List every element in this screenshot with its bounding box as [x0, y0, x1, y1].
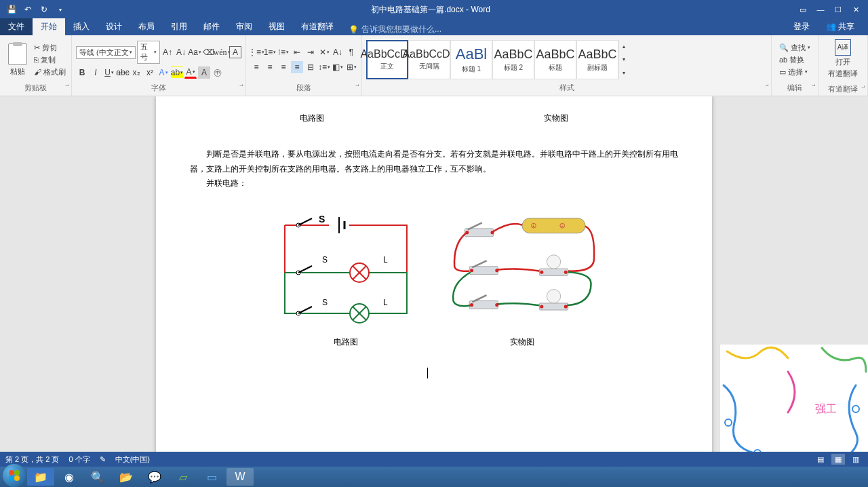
task-app-4[interactable]: 📂: [113, 468, 140, 486]
svg-text:S: S: [322, 255, 328, 265]
paragraph-group-label: 段落: [250, 83, 357, 94]
borders-button[interactable]: ⊞: [345, 61, 357, 73]
save-icon[interactable]: 💾: [5, 3, 18, 16]
minimize-icon[interactable]: —: [812, 3, 829, 16]
italic-button[interactable]: I: [90, 66, 102, 79]
undo-icon[interactable]: ↶: [22, 3, 34, 16]
task-word[interactable]: W: [226, 468, 254, 486]
page-indicator[interactable]: 第 2 页，共 2 页: [5, 454, 59, 465]
tab-mailings[interactable]: 邮件: [195, 18, 228, 35]
tab-insert[interactable]: 插入: [65, 18, 98, 35]
sort-button[interactable]: A↓: [332, 46, 344, 58]
clear-format-button[interactable]: ⌫: [202, 46, 214, 58]
ribbon-tabs: 文件 开始 插入 设计 布局 引用 邮件 审阅 视图 有道翻译 💡 告诉我您想要…: [0, 19, 868, 35]
brush-icon: 🖌: [34, 68, 41, 76]
find-button[interactable]: 🔍查找▾: [778, 42, 811, 54]
task-app-3[interactable]: 🔍: [84, 468, 111, 486]
subscript-button[interactable]: x₂: [130, 66, 142, 79]
align-left-button[interactable]: ≡: [250, 61, 262, 73]
align-center-button[interactable]: ≡: [264, 61, 276, 73]
task-app-2[interactable]: ◉: [56, 468, 83, 486]
style-title[interactable]: AaBbC标题: [534, 40, 576, 79]
task-app-6[interactable]: ▱: [170, 468, 197, 486]
task-app-1[interactable]: 📁: [27, 468, 54, 486]
highlight-button[interactable]: ab: [171, 66, 183, 79]
task-wechat[interactable]: 💬: [141, 468, 168, 486]
language-indicator[interactable]: 中文(中国): [115, 454, 150, 465]
tell-me-search[interactable]: 💡 告诉我您想要做什么...: [349, 24, 441, 35]
increase-indent-button[interactable]: ⇥: [304, 46, 317, 58]
tab-review[interactable]: 审阅: [228, 18, 260, 35]
svg-text:+: +: [532, 223, 535, 229]
asian-layout-button[interactable]: ✕: [318, 46, 330, 58]
style-heading2[interactable]: AaBbC标题 2: [492, 40, 534, 79]
text-effects-button[interactable]: A: [157, 66, 170, 79]
font-color-button[interactable]: A: [184, 66, 197, 79]
tab-file[interactable]: 文件: [0, 18, 33, 35]
char-border-button[interactable]: A: [229, 46, 241, 58]
char-shading-button[interactable]: A: [198, 66, 210, 79]
superscript-button[interactable]: x²: [144, 66, 156, 79]
line-spacing-button[interactable]: ↕≡: [318, 61, 330, 73]
page[interactable]: 电路图 实物图 判断是否是并联电路，要从电源出发，按照电流走向看是否有分支。若有…: [156, 96, 712, 460]
bullets-button[interactable]: ⋮≡: [250, 46, 262, 58]
group-styles: AaBbCcDd正文 AaBbCcDd无间隔 AaBl标题 1 AaBbC标题 …: [362, 35, 772, 96]
phonetic-button[interactable]: wén: [216, 46, 228, 58]
redo-icon[interactable]: ↻: [38, 3, 50, 16]
svg-line-13: [298, 307, 312, 313]
tab-references[interactable]: 引用: [163, 18, 195, 35]
styles-down-button[interactable]: ▾: [619, 53, 628, 66]
copy-button[interactable]: ⎘复制: [33, 54, 67, 66]
style-no-spacing[interactable]: AaBbCcDd无间隔: [408, 40, 450, 79]
tab-home[interactable]: 开始: [33, 18, 65, 35]
read-mode-button[interactable]: ▤: [814, 454, 827, 465]
svg-point-42: [540, 305, 543, 308]
circuit-schematic-image: S S L S: [271, 205, 420, 334]
replace-button[interactable]: ab替换: [778, 54, 811, 66]
tab-layout[interactable]: 布局: [130, 18, 163, 35]
enclose-char-button[interactable]: ㊥: [212, 66, 224, 79]
shading-button[interactable]: ◧: [332, 61, 344, 73]
cut-button[interactable]: ✂剪切: [33, 42, 67, 54]
word-count[interactable]: 0 个字: [68, 454, 90, 465]
maximize-icon[interactable]: ☐: [830, 3, 846, 16]
share-button[interactable]: 👥 共享: [818, 18, 863, 35]
distribute-button[interactable]: ⊟: [304, 61, 317, 73]
decrease-indent-button[interactable]: ⇤: [291, 46, 303, 58]
align-right-button[interactable]: ≡: [277, 61, 290, 73]
style-heading1[interactable]: AaBl标题 1: [450, 40, 492, 79]
ribbon-options-icon[interactable]: ▭: [795, 3, 811, 16]
justify-button[interactable]: ≡: [291, 61, 303, 73]
close-icon[interactable]: ✕: [848, 3, 864, 16]
format-painter-button[interactable]: 🖌格式刷: [33, 66, 67, 78]
shrink-font-button[interactable]: A↓: [175, 46, 187, 58]
login-button[interactable]: 登录: [785, 18, 818, 35]
scissors-icon: ✂: [34, 43, 40, 52]
print-layout-button[interactable]: ▦: [831, 454, 845, 465]
tab-view[interactable]: 视图: [260, 18, 293, 35]
web-layout-button[interactable]: ▥: [849, 454, 863, 465]
proofing-icon[interactable]: ✎: [100, 455, 106, 464]
youdao-button[interactable]: A译 打开 有道翻译: [823, 37, 863, 81]
start-button[interactable]: [3, 464, 26, 487]
style-subtitle[interactable]: AaBbC副标题: [576, 40, 618, 79]
font-name-combo[interactable]: 等线 (中文正文▾: [76, 46, 136, 59]
numbering-button[interactable]: 1≡: [264, 46, 276, 58]
tab-design[interactable]: 设计: [98, 18, 130, 35]
styles-up-button[interactable]: ▴: [619, 40, 628, 53]
multilevel-button[interactable]: ⁝≡: [277, 46, 290, 58]
task-app-7[interactable]: ▭: [198, 468, 225, 486]
strikethrough-button[interactable]: abc: [117, 66, 129, 79]
qat-more-icon[interactable]: ▾: [54, 3, 66, 16]
change-case-button[interactable]: Aa: [189, 46, 201, 58]
show-marks-button[interactable]: ¶: [345, 46, 357, 58]
font-size-combo[interactable]: 五号▾: [137, 41, 160, 64]
tab-youdao[interactable]: 有道翻译: [293, 18, 342, 35]
underline-button[interactable]: U: [103, 66, 115, 79]
select-button[interactable]: ▭选择▾: [778, 66, 811, 78]
styles-expand-button[interactable]: ▾: [619, 66, 628, 79]
lightbulb-icon: 💡: [349, 25, 359, 35]
grow-font-button[interactable]: A↑: [161, 46, 174, 58]
paste-button[interactable]: 粘贴: [4, 42, 31, 78]
bold-button[interactable]: B: [76, 66, 88, 79]
